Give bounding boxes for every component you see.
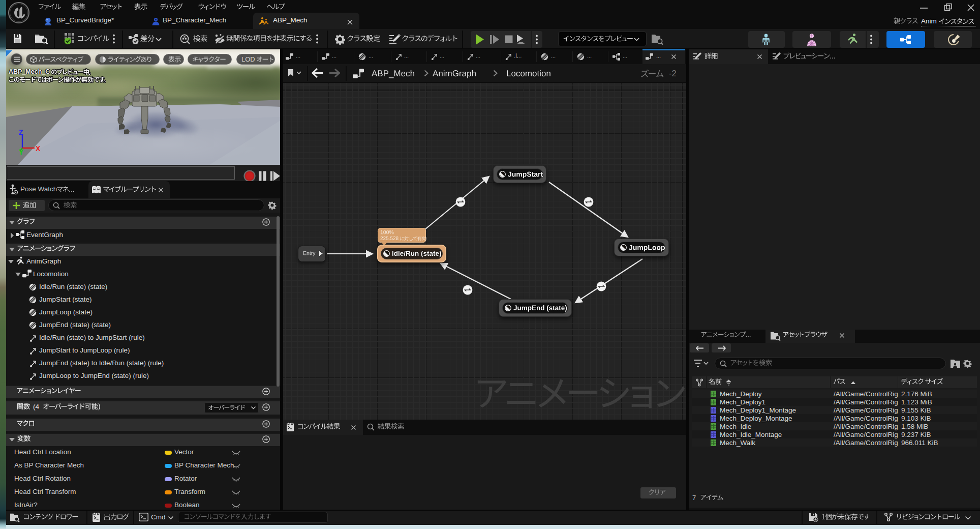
svg-text:Z: Z [19,129,23,136]
svg-text:X: X [36,144,41,153]
svg-text:Y: Y [19,148,24,155]
